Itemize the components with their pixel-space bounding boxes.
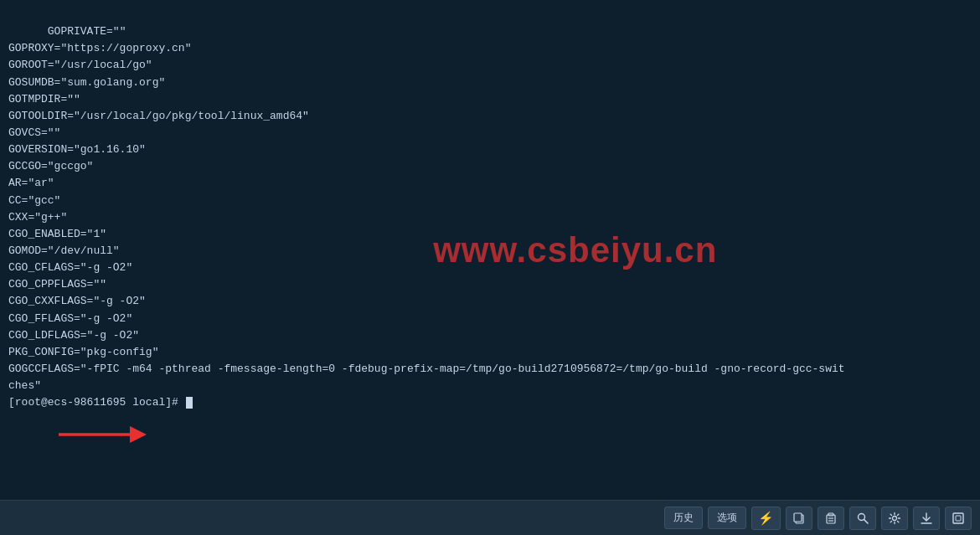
search-button[interactable] bbox=[849, 507, 876, 530]
red-arrow bbox=[50, 419, 151, 454]
svg-line-9 bbox=[864, 519, 869, 523]
settings-button[interactable] bbox=[881, 507, 908, 530]
download-button[interactable] bbox=[913, 507, 940, 530]
svg-rect-14 bbox=[956, 516, 961, 521]
fullscreen-button[interactable] bbox=[945, 507, 972, 530]
paste-button[interactable] bbox=[818, 507, 844, 530]
svg-rect-3 bbox=[794, 513, 802, 522]
history-button[interactable]: 历史 bbox=[664, 507, 703, 529]
terminal-body[interactable]: GOPRIVATE="" GOPROXY="https://goproxy.cn… bbox=[0, 0, 980, 500]
svg-rect-13 bbox=[953, 513, 963, 523]
lightning-button[interactable]: ⚡ bbox=[751, 507, 781, 530]
options-button[interactable]: 选项 bbox=[708, 507, 746, 529]
svg-marker-1 bbox=[130, 426, 147, 443]
toolbar: 历史 选项 ⚡ bbox=[0, 500, 980, 535]
terminal-output: GOPRIVATE="" GOPROXY="https://goproxy.cn… bbox=[8, 7, 972, 429]
svg-point-10 bbox=[893, 516, 897, 520]
terminal-window: GOPRIVATE="" GOPROXY="https://goproxy.cn… bbox=[0, 0, 980, 535]
copy-button[interactable] bbox=[786, 507, 812, 530]
